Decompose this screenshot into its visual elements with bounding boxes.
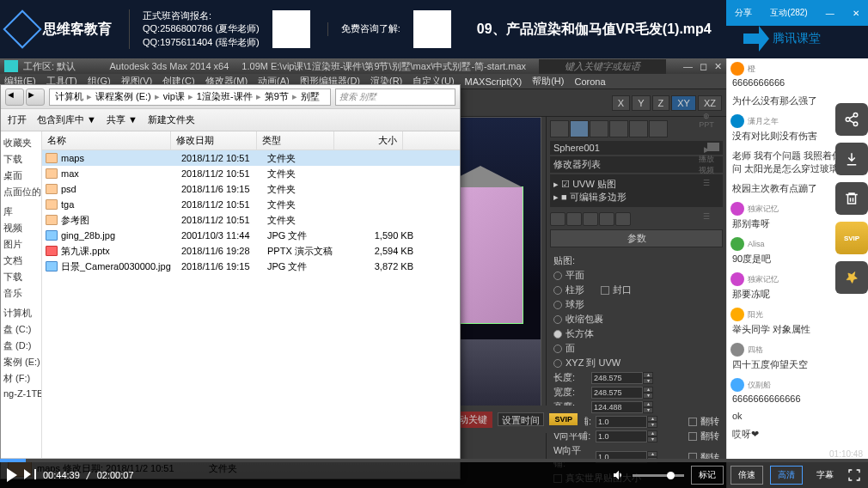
modify-tab[interactable] bbox=[570, 120, 589, 137]
download-icon[interactable] bbox=[835, 143, 868, 175]
side-icon[interactable]: ▶播放视频 bbox=[696, 145, 717, 166]
tree-item[interactable]: 下载 bbox=[3, 151, 40, 168]
subtitle-button[interactable]: 字幕 bbox=[810, 467, 840, 484]
utilities-tab[interactable] bbox=[649, 120, 668, 137]
col-name[interactable]: 名称 bbox=[42, 131, 171, 149]
axis-z[interactable]: Z bbox=[652, 95, 670, 111]
volume-slider[interactable] bbox=[633, 474, 684, 477]
tree-item[interactable]: ng-Z-1TB (F:) bbox=[3, 387, 40, 400]
radio-box[interactable] bbox=[553, 330, 562, 339]
tree-item[interactable]: 案例 (E:) bbox=[3, 354, 40, 370]
stack-button[interactable] bbox=[550, 212, 565, 226]
radio-face[interactable] bbox=[553, 345, 562, 353]
breadcrumb-item[interactable]: 1渲染班-课件 bbox=[195, 90, 254, 103]
toolbar-item[interactable]: 包含到库中 ▼ bbox=[37, 113, 96, 126]
next-button[interactable] bbox=[24, 469, 36, 481]
tree-item[interactable]: 材 (F:) bbox=[3, 370, 40, 387]
tree-item[interactable]: 计算机 bbox=[3, 305, 40, 321]
side-icon[interactable]: ☰ bbox=[696, 179, 717, 199]
tree-item[interactable]: 点面位的位置 bbox=[3, 184, 40, 200]
motion-tab[interactable] bbox=[609, 120, 628, 137]
close-icon[interactable]: ✕ bbox=[853, 9, 859, 18]
spin-down[interactable]: ▾ bbox=[643, 378, 653, 384]
max-search[interactable]: 键入关键字或短语 bbox=[539, 59, 666, 74]
file-row[interactable]: maps2018/11/2 10:51文件夹 bbox=[42, 150, 460, 166]
spin-up[interactable]: ▴ bbox=[643, 372, 653, 378]
radio-shrink[interactable] bbox=[553, 315, 562, 324]
tree-item[interactable]: 音乐 bbox=[3, 285, 40, 302]
menu-item[interactable]: MAXScript(X) bbox=[465, 76, 523, 87]
tree-item[interactable]: 文档 bbox=[3, 253, 40, 269]
file-row[interactable]: 日景_Camera0030000.jpg2018/11/6 19:15JPG 文… bbox=[42, 259, 460, 274]
col-type[interactable]: 类型 bbox=[257, 131, 334, 149]
col-size[interactable]: 大小 bbox=[334, 131, 403, 149]
vtile-input[interactable] bbox=[596, 430, 647, 442]
axis-x[interactable]: X bbox=[612, 95, 630, 111]
radio-planar[interactable] bbox=[553, 271, 562, 280]
forward-button[interactable]: ► bbox=[26, 88, 45, 106]
play-button[interactable] bbox=[7, 468, 17, 482]
breadcrumb[interactable]: 计算机▸课程案例 (E:)▸vip课▸1渲染班-课件▸第9节▸别墅 bbox=[49, 88, 331, 106]
pin-icon[interactable] bbox=[835, 261, 868, 294]
create-tab[interactable] bbox=[550, 120, 569, 137]
minimize-icon[interactable]: — bbox=[826, 9, 834, 18]
breadcrumb-item[interactable]: 计算机 bbox=[53, 90, 85, 103]
breadcrumb-item[interactable]: 第9节 bbox=[263, 90, 290, 103]
height-input[interactable] bbox=[591, 401, 643, 413]
tree-item[interactable]: 盘 (C:) bbox=[3, 321, 40, 338]
utile-input[interactable] bbox=[596, 416, 647, 428]
display-tab[interactable] bbox=[629, 120, 648, 137]
tree-item[interactable]: 盘 (D:) bbox=[3, 338, 40, 354]
breadcrumb-item[interactable]: vip课 bbox=[162, 90, 186, 103]
volume-icon[interactable] bbox=[612, 468, 626, 482]
file-row[interactable]: max2018/11/2 10:51文件夹 bbox=[42, 166, 460, 181]
stack-button[interactable] bbox=[599, 212, 614, 226]
radio-cylindrical[interactable] bbox=[553, 286, 562, 295]
toolbar-item[interactable]: 共享 ▼ bbox=[107, 113, 138, 126]
modifier-editpoly[interactable]: ▸ ■ 可编辑多边形 bbox=[553, 191, 719, 204]
file-row[interactable]: tga2018/11/2 10:51文件夹 bbox=[42, 197, 460, 212]
tree-item[interactable]: 视频 bbox=[3, 220, 40, 236]
file-row[interactable]: ging_28b.jpg2001/10/3 11:44JPG 文件1,590 K… bbox=[42, 228, 460, 243]
explorer-search[interactable]: 搜索 别墅 bbox=[335, 88, 455, 106]
breadcrumb-item[interactable]: 课程案例 (E:) bbox=[94, 90, 153, 103]
toolbar-item[interactable]: 新建文件夹 bbox=[148, 113, 195, 126]
setkey-button[interactable]: 设置时间 bbox=[498, 412, 544, 426]
axis-xy[interactable]: XY bbox=[671, 95, 696, 111]
file-row[interactable]: 参考图2018/11/2 10:51文件夹 bbox=[42, 212, 460, 228]
tree-item[interactable]: 桌面 bbox=[3, 168, 40, 184]
side-icon[interactable]: ☰ bbox=[696, 212, 717, 233]
delete-icon[interactable] bbox=[835, 182, 868, 215]
share-icon[interactable] bbox=[835, 103, 868, 136]
cap-checkbox[interactable] bbox=[601, 286, 609, 295]
axis-xz[interactable]: XZ bbox=[698, 95, 722, 111]
radio-xyz[interactable] bbox=[553, 359, 562, 368]
tree-item[interactable]: 图片 bbox=[3, 236, 40, 253]
file-row[interactable]: psd2018/11/6 19:15文件夹 bbox=[42, 181, 460, 197]
side-icon[interactable]: ⊕PPT bbox=[696, 112, 717, 132]
tree-item[interactable]: 收藏夹 bbox=[3, 135, 40, 151]
max-minimize-icon[interactable]: — bbox=[683, 61, 693, 71]
hierarchy-tab[interactable] bbox=[590, 120, 608, 137]
stack-button[interactable] bbox=[615, 212, 631, 226]
radio-spherical[interactable] bbox=[553, 301, 562, 309]
file-row[interactable]: 第九课.pptx2018/11/6 19:28PPTX 演示文稿2,594 KB bbox=[42, 243, 460, 259]
width-input[interactable] bbox=[591, 387, 643, 399]
discuss-tab[interactable]: 互动(282) bbox=[770, 7, 807, 19]
stack-button[interactable] bbox=[583, 212, 598, 226]
fullscreen-icon[interactable] bbox=[847, 468, 861, 482]
menu-item[interactable]: Corona bbox=[574, 76, 605, 87]
svip-badge[interactable]: SVIP bbox=[835, 222, 868, 254]
nav-tree[interactable]: 收藏夹下载桌面点面位的位置库视频图片文档下载音乐计算机盘 (C:)盘 (D:)案… bbox=[1, 131, 42, 458]
share-button[interactable]: 分享 bbox=[735, 7, 752, 19]
tree-item[interactable]: 库 bbox=[3, 204, 40, 220]
quality-button[interactable]: 高清 bbox=[770, 466, 803, 485]
max-maximize-icon[interactable]: ◻ bbox=[700, 61, 707, 72]
mark-button[interactable]: 标记 bbox=[691, 466, 724, 485]
toolbar-item[interactable]: 打开 bbox=[8, 113, 27, 126]
back-button[interactable]: ◄ bbox=[5, 88, 24, 106]
length-input[interactable] bbox=[591, 372, 643, 384]
axis-y[interactable]: Y bbox=[632, 95, 650, 111]
speed-button[interactable]: 倍速 bbox=[730, 466, 763, 485]
breadcrumb-item[interactable]: 别墅 bbox=[299, 90, 321, 103]
